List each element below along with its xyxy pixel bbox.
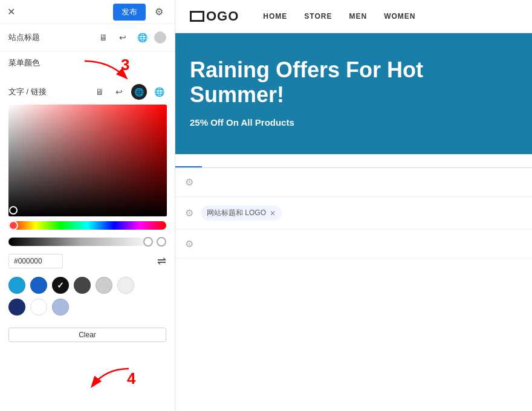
row-gear-1[interactable]: ⚙ [185,176,193,188]
logo-text: OGO [206,8,239,24]
nav-links: HOME STORE MEN WOMEN [263,12,415,21]
content-row-3: ⚙ [175,230,532,259]
text-link-label: 文字 / 链接 [8,86,88,97]
swatch-0[interactable] [8,277,25,294]
text-link-row: 文字 / 链接 🖥 ↩ 🌐 🌐 [0,79,175,105]
swatch-1[interactable] [30,277,47,294]
preview-tabs [175,154,532,168]
preview-nav: OGO HOME STORE MEN WOMEN [175,0,532,33]
swatch-4[interactable] [96,277,112,294]
row-gear-2[interactable]: ⚙ [185,207,193,219]
globe-icon-2[interactable]: 🌐 [152,85,166,99]
swatch-5[interactable] [117,277,134,294]
swatches-section [0,274,175,325]
hex-input[interactable]: #000000 [8,254,63,268]
arrow-4-svg [88,363,136,393]
content-row-2: ⚙ 网站标题和 LOGO ✕ [175,197,532,230]
left-panel: ✕ 发布 ⚙ 站点标题 🖥 ↩ 🌐 菜单颜色 3 文字 / 链接 🖥 ↩ 🌐 🌐 [0,0,175,411]
tab-2[interactable] [202,154,229,167]
tag-chip-close[interactable]: ✕ [270,209,276,218]
hero-title: Raining Offers For Hot Summer! [190,57,517,108]
hue-slider[interactable] [8,221,166,230]
swatches-row-1 [8,277,166,294]
site-title-label: 站点标题 [8,32,91,43]
swatch-6[interactable] [8,299,25,316]
hue-slider-wrap [8,221,166,232]
adjust-icon[interactable]: ⇌ [157,254,166,268]
logo: OGO [190,8,239,24]
right-panel: OGO HOME STORE MEN WOMEN Raining Offers … [175,0,532,411]
tag-chip-label: 网站标题和 LOGO [207,208,266,218]
globe-local-icon[interactable]: 🌐 [135,30,149,45]
nav-women[interactable]: WOMEN [384,12,415,21]
clear-button[interactable]: Clear [8,328,166,342]
color-swatch-preview[interactable] [154,31,166,44]
hero-section: Raining Offers For Hot Summer! 25% Off O… [175,33,532,154]
close-button[interactable]: ✕ [7,6,15,18]
annotation-4: 4 [127,369,135,388]
alpha-slider-wrap [8,237,166,247]
row-gear-3[interactable]: ⚙ [185,238,193,250]
undo-icon-2[interactable]: ↩ [112,85,126,99]
tag-chip: 网站标题和 LOGO ✕ [201,206,282,221]
top-bar-actions: 发布 ⚙ [113,4,167,21]
swatch-3[interactable] [74,277,91,294]
undo-icon[interactable]: ↩ [115,30,130,45]
settings-gear-button[interactable]: ⚙ [151,4,167,21]
swatch-2[interactable] [52,277,69,294]
nav-men[interactable]: MEN [349,12,367,21]
nav-home[interactable]: HOME [263,12,287,21]
site-title-row: 站点标题 🖥 ↩ 🌐 [0,24,175,51]
globe-active-icon[interactable]: 🌐 [131,84,147,100]
monitor-icon-2[interactable]: 🖥 [92,85,107,99]
nav-store[interactable]: STORE [304,12,332,21]
content-row-1: ⚙ [175,168,532,197]
content-rows: ⚙ ⚙ 网站标题和 LOGO ✕ ⚙ [175,168,532,411]
hero-subtitle: 25% Off On All Products [190,117,517,128]
swatch-7[interactable] [30,299,47,316]
monitor-icon[interactable]: 🖥 [96,30,111,45]
hex-row: #000000 ⇌ [0,250,175,274]
publish-button[interactable]: 发布 [113,4,146,21]
alpha-slider[interactable] [8,238,153,246]
swatches-row-2 [8,299,166,316]
color-picker-canvas[interactable] [8,105,167,216]
tab-1[interactable] [175,154,202,167]
menu-color-section: 菜单颜色 [0,51,175,79]
top-bar: ✕ 发布 ⚙ [0,0,175,24]
swatch-8[interactable] [52,299,69,316]
alpha-thumb [157,237,166,247]
menu-color-label: 菜单颜色 [8,57,166,68]
